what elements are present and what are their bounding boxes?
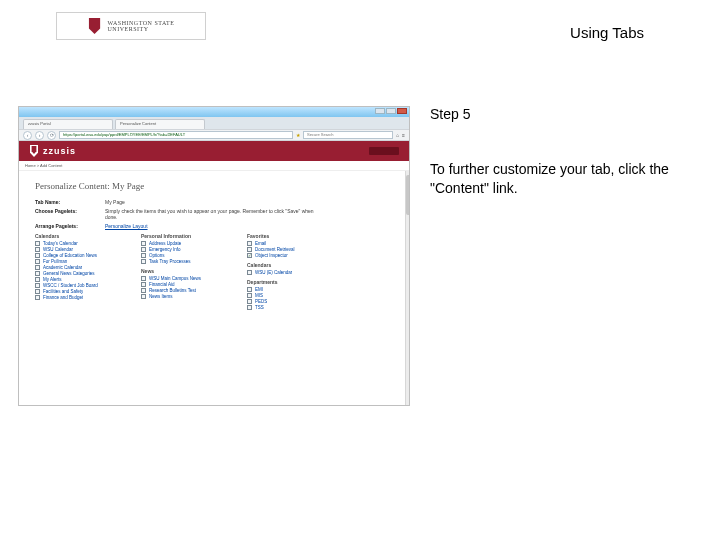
checkbox-icon[interactable]	[141, 259, 146, 264]
back-icon[interactable]: ‹	[23, 131, 32, 140]
zzusis-brand-text: zzusis	[43, 146, 76, 156]
forward-icon[interactable]: ›	[35, 131, 44, 140]
browser-address-bar: ‹ › ⟳ https://portal.wsu.edu/psp/pprd/EM…	[19, 129, 409, 141]
scrollbar-thumb[interactable]	[406, 175, 410, 215]
browser-tab-1[interactable]: zzusis Portal	[23, 119, 113, 129]
list-item[interactable]: MIS	[247, 293, 335, 298]
list-item[interactable]: Address Update	[141, 241, 229, 246]
checkbox-icon[interactable]	[247, 305, 252, 310]
shield-icon	[88, 18, 102, 34]
menu-icon[interactable]: ≡	[402, 132, 405, 138]
list-item[interactable]: WSU Calendar	[35, 247, 123, 252]
step-heading: Step 5	[430, 106, 675, 122]
checkbox-icon[interactable]	[247, 299, 252, 304]
personalize-layout-link[interactable]: Personalize Layout	[105, 223, 148, 229]
list-item[interactable]: Options	[141, 253, 229, 258]
checkbox-icon[interactable]	[247, 253, 252, 258]
checkbox-icon[interactable]	[141, 253, 146, 258]
list-item[interactable]: PEDS	[247, 299, 335, 304]
list-item[interactable]: Academic Calendar	[35, 265, 123, 270]
wsu-logo-text: WASHINGTON STATE UNIVERSITY	[108, 20, 175, 32]
checkbox-icon[interactable]	[247, 270, 252, 275]
checkbox-icon[interactable]	[35, 247, 40, 252]
list-item[interactable]: Document Retrieval	[247, 247, 335, 252]
window-min-icon[interactable]	[375, 108, 385, 114]
browser-tabs: zzusis Portal Personalize Content	[19, 117, 409, 129]
window-max-icon[interactable]	[386, 108, 396, 114]
list-item[interactable]: WSCC / Student Job Board	[35, 283, 123, 288]
browser-search-field[interactable]: Secure Search	[303, 131, 393, 139]
home-icon[interactable]: ⌂	[396, 132, 399, 138]
column-calendars2-title: Calendars	[247, 262, 335, 268]
page-title: Using Tabs	[570, 24, 644, 41]
list-item[interactable]: Today's Calendar	[35, 241, 123, 246]
checkbox-icon[interactable]	[35, 283, 40, 288]
list-item[interactable]: TSS	[247, 305, 335, 310]
window-buttons	[375, 108, 407, 114]
checkbox-icon[interactable]	[141, 282, 146, 287]
choose-pagelets-text: Simply check the items that you wish to …	[105, 208, 325, 220]
checkbox-icon[interactable]	[247, 287, 252, 292]
bookmark-star-icon[interactable]: ★	[296, 132, 300, 138]
checkbox-icon[interactable]	[141, 241, 146, 246]
url-field[interactable]: https://portal.wsu.edu/psp/pprd/EMPLOYEE…	[59, 131, 293, 139]
list-item[interactable]: Object Inspector	[247, 253, 335, 258]
instruction-panel: Step 5 To further customize your tab, cl…	[430, 106, 675, 198]
tabname-label: Tab Name:	[35, 199, 93, 205]
checkbox-icon[interactable]	[247, 247, 252, 252]
column-personal-title: Personal Information	[141, 233, 229, 239]
list-item[interactable]: WSU (E) Calendar	[247, 270, 335, 275]
list-item[interactable]: Facilities and Safety	[35, 289, 123, 294]
checkbox-icon[interactable]	[35, 277, 40, 282]
list-item[interactable]: My Alerts	[35, 277, 123, 282]
wsu-logo-box: WASHINGTON STATE UNIVERSITY	[56, 12, 206, 40]
scrollbar[interactable]	[405, 171, 410, 405]
column-calendars: Calendars Today's Calendar WSU Calendar …	[35, 233, 123, 311]
list-item[interactable]: Finance and Budget	[35, 295, 123, 300]
list-item[interactable]: Research Bulletins Test	[141, 288, 229, 293]
checkbox-icon[interactable]	[141, 288, 146, 293]
window-close-icon[interactable]	[397, 108, 407, 114]
list-item[interactable]: Financial Aid	[141, 282, 229, 287]
column-personal-info: Personal Information Address Update Emer…	[141, 233, 229, 311]
checkbox-icon[interactable]	[35, 265, 40, 270]
browser-tab-2[interactable]: Personalize Content	[115, 119, 205, 129]
list-item[interactable]: College of Education News	[35, 253, 123, 258]
checkbox-icon[interactable]	[35, 241, 40, 246]
banner-button[interactable]	[369, 147, 399, 155]
column-news-title: News	[141, 268, 229, 274]
checkbox-icon[interactable]	[247, 293, 252, 298]
choose-pagelets-label: Choose Pagelets:	[35, 208, 93, 220]
shield-icon	[29, 145, 39, 157]
logo-line-2: UNIVERSITY	[108, 26, 175, 32]
checkbox-icon[interactable]	[35, 253, 40, 258]
browser-screenshot: zzusis Portal Personalize Content ‹ › ⟳ …	[18, 106, 410, 406]
list-item[interactable]: For Pullman	[35, 259, 123, 264]
zzusis-banner: zzusis	[19, 141, 409, 161]
list-item[interactable]: Task Tray Processes	[141, 259, 229, 264]
checkbox-icon[interactable]	[35, 289, 40, 294]
checkbox-icon[interactable]	[141, 247, 146, 252]
list-item[interactable]: EMI	[247, 287, 335, 292]
checkbox-icon[interactable]	[35, 271, 40, 276]
column-calendars-title: Calendars	[35, 233, 123, 239]
list-item[interactable]: Email	[247, 241, 335, 246]
checkbox-icon[interactable]	[141, 276, 146, 281]
mock-page-content: Personalize Content: My Page Tab Name: M…	[19, 171, 409, 405]
browser-titlebar	[19, 107, 409, 117]
checkbox-icon[interactable]	[247, 241, 252, 246]
list-item[interactable]: General News Categories	[35, 271, 123, 276]
list-item[interactable]: News Items	[141, 294, 229, 299]
reload-icon[interactable]: ⟳	[47, 131, 56, 140]
list-item[interactable]: WSU Main Campus News	[141, 276, 229, 281]
checkbox-icon[interactable]	[35, 259, 40, 264]
column-favorites: Favorites Email Document Retrieval Objec…	[247, 233, 335, 311]
column-departments-title: Departments	[247, 279, 335, 285]
checkbox-icon[interactable]	[141, 294, 146, 299]
list-item[interactable]: Emergency Info	[141, 247, 229, 252]
checkbox-icon[interactable]	[35, 295, 40, 300]
arrange-pagelets-label: Arrange Pagelets:	[35, 223, 93, 229]
breadcrumb[interactable]: Home > Add Content	[19, 161, 409, 171]
step-body: To further customize your tab, click the…	[430, 160, 675, 198]
column-favorites-title: Favorites	[247, 233, 335, 239]
